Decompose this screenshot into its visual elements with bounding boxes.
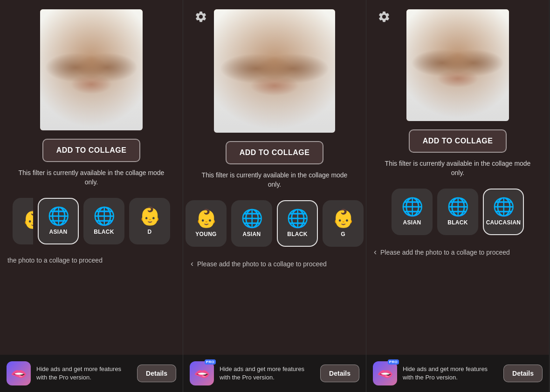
chip-label-black-2: BLACK [287,231,308,237]
chip-label-asian-1: ASIAN [49,229,68,235]
chip-d-1[interactable]: 👶 D [129,198,170,244]
filter-description-3: This filter is currently available in th… [366,159,549,177]
details-button-3[interactable]: Details [503,365,543,382]
chip-label-asian-2: ASIAN [243,231,261,237]
filter-chips-1: 👶 🌐 ASIAN 🌐 BLACK 👶 D [7,190,176,252]
proceed-row-3: ‹ Please add the photo to a collage to p… [366,243,549,262]
proceed-text-3: Please add the photo to a collage to pro… [380,249,510,256]
chip-black-1[interactable]: 🌐 BLACK [83,198,124,244]
filter-chips-2: 👶 YOUNG 🌐 ASIAN 🌐 BLACK 👶 G [183,193,366,254]
globe-emoji-2b: 🌐 [287,210,309,227]
face-photo-2 [214,9,335,133]
globe-emoji-3c: 🌐 [493,198,515,216]
face-photo-3 [406,9,509,121]
add-to-collage-button-1[interactable]: ADD TO COLLAGE [42,139,141,162]
globe-emoji-1b: 🌐 [93,207,115,225]
proceed-text-2: Please add the photo to a collage to pro… [197,260,327,268]
chip-black-2[interactable]: 🌐 BLACK [277,200,318,247]
add-to-collage-button-2[interactable]: ADD TO COLLAGE [226,141,324,164]
chip-label-d-1: D [148,229,152,235]
chip-emoji: 👶 [22,210,34,228]
gear-icon-wrap-2[interactable] [192,8,209,25]
app-icon-1: 🫦 [7,361,31,385]
chip-label-g-2: G [341,231,345,237]
chip-asian-1[interactable]: 🌐 ASIAN [38,198,79,244]
globe-emoji-1a: 🌐 [48,207,69,225]
globe-emoji-3a: 🌐 [401,198,423,216]
proceed-row-1: the photo to a collage to proceed [0,252,183,269]
pro-badge-3: PRO [388,359,399,365]
filter-description-2: This filter is currently available in th… [183,171,366,189]
promo-text-3: Hide ads and get more features with the … [403,365,498,382]
chip-asian-3[interactable]: 🌐 ASIAN [392,189,433,235]
baby-emoji-2b: 👶 [332,210,354,227]
details-button-2[interactable]: Details [320,365,359,382]
photo-area-3 [366,0,549,121]
chip-young-2[interactable]: 👶 YOUNG [186,200,227,247]
app-icon-emoji-2: 🫦 [194,366,210,381]
globe-emoji-2a: 🌐 [241,210,263,227]
promo-text-1: Hide ads and get more features with the … [36,365,131,382]
chip-black-3[interactable]: 🌐 BLACK [437,189,478,235]
proceed-text-1: the photo to a collage to proceed [7,257,103,264]
baby-emoji-2a: 👶 [195,210,217,227]
chip-label-asian-3: ASIAN [403,219,421,226]
chip-label-young-2: YOUNG [195,231,217,237]
filter-chips-3: 🌐 ASIAN 🌐 BLACK 🌐 CAUCASIAN [386,181,529,243]
chevron-icon-2: ‹ [191,259,193,269]
chip-partial-left-1: 👶 [13,198,33,244]
baby-emoji-1: 👶 [139,207,161,225]
app-icon-2: 🫦 PRO [190,361,214,385]
photo-area-2 [183,0,366,133]
panel-2: ADD TO COLLAGE This filter is currently … [183,0,366,392]
app-icon-3: 🫦 PRO [373,361,397,385]
filter-description-1: This filter is currently available in th… [0,169,183,187]
face-photo-1 [40,9,143,130]
panel-1: ADD TO COLLAGE This filter is currently … [0,0,183,392]
chevron-icon-3: ‹ [374,247,377,257]
photo-area-1 [0,0,183,130]
proceed-row-2: ‹ Please add the photo to a collage to p… [183,254,366,273]
app-icon-emoji-1: 🫦 [11,366,27,381]
chip-caucasian-3[interactable]: 🌐 CAUCASIAN [483,189,524,235]
chip-label-black-1: BLACK [94,229,114,235]
add-to-collage-button-3[interactable]: ADD TO COLLAGE [409,129,507,153]
app-icon-emoji-3: 🫦 [377,366,393,381]
globe-emoji-3b: 🌐 [447,198,469,216]
pro-badge-2: PRO [205,359,216,365]
promo-bar-2: 🫦 PRO Hide ads and get more features wit… [183,355,366,392]
chip-g-2[interactable]: 👶 G [323,200,364,247]
panel-3: ADD TO COLLAGE This filter is currently … [366,0,550,392]
promo-bar-3: 🫦 PRO Hide ads and get more features wit… [366,355,549,392]
gear-icon-wrap-3[interactable] [376,8,392,25]
promo-bar-1: 🫦 Hide ads and get more features with th… [0,355,183,392]
gear-icon-3 [378,10,391,23]
chip-label-black-3: BLACK [447,219,468,226]
details-button-1[interactable]: Details [137,365,176,382]
chip-partial[interactable]: 👶 [13,198,33,244]
chip-asian-2[interactable]: 🌐 ASIAN [231,200,272,247]
chip-label-caucasian-3: CAUCASIAN [486,219,521,226]
promo-text-2: Hide ads and get more features with the … [220,365,315,382]
gear-icon-2 [194,10,207,23]
